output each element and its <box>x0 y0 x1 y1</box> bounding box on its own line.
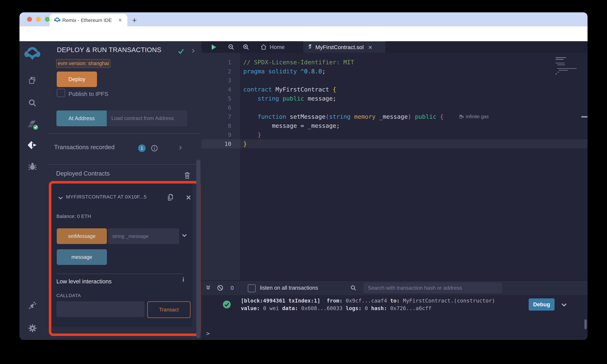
card-divider <box>56 274 183 274</box>
code-line[interactable]: 4contract MyFirstContract { <box>202 85 588 94</box>
code-line[interactable]: 1// SPDX-License-Identifier: MIT <box>202 58 588 67</box>
at-address-button[interactable]: At Address <box>56 110 107 126</box>
zoom-in-icon[interactable] <box>242 43 250 51</box>
listen-transactions-checkbox[interactable] <box>248 284 256 292</box>
debugger-icon[interactable] <box>28 161 37 170</box>
code-line[interactable]: 6 <box>202 103 588 112</box>
line-number: 10 <box>202 141 231 147</box>
terminal-search-input[interactable] <box>364 283 501 293</box>
tab-file-label: MyFirstContract.sol <box>315 44 364 51</box>
debug-button[interactable]: Debug <box>529 299 554 311</box>
code-line[interactable]: 2pragma solidity ^0.8.0; <box>202 67 588 76</box>
deploy-button[interactable]: Deploy <box>57 72 97 87</box>
copy-address-icon[interactable] <box>166 193 174 202</box>
new-tab-button[interactable]: + <box>129 15 140 26</box>
publish-ipfs-label: Publish to IPFS <box>68 91 108 97</box>
file-explorer-icon[interactable] <box>28 76 37 85</box>
publish-ipfs-checkbox[interactable] <box>57 89 65 97</box>
remix-logo-icon[interactable] <box>23 47 41 61</box>
line-number: 3 <box>202 77 231 84</box>
solidity-compiler-icon[interactable] <box>28 120 37 129</box>
line-number: 7 <box>202 113 231 120</box>
contract-title[interactable]: MYFIRSTCONTRACT AT 0X10F...5 <box>66 194 158 200</box>
transactions-expand-chevron-icon[interactable] <box>177 145 183 151</box>
deployed-contract-card: MYFIRSTCONTRACT AT 0X10F...5 Balance: 0 … <box>52 184 192 327</box>
gas-estimate-annotation: infinite gas <box>459 112 489 121</box>
code-line[interactable]: 8 message = _message; <box>202 121 588 130</box>
trash-icon[interactable] <box>184 171 191 179</box>
low-level-info-icon[interactable]: i <box>183 276 184 283</box>
code-line[interactable]: 10} <box>202 139 588 148</box>
line-number: 6 <box>202 104 231 111</box>
log-line[interactable]: value: 0 wei data: 0x608...60033 logs: 0… <box>241 304 498 312</box>
main-area: Home MyFirstContract.sol × 1// SPDX- <box>202 41 588 340</box>
calldata-label: CALLDATA <box>56 293 81 298</box>
line-number: 1 <box>202 59 231 65</box>
minimap[interactable] <box>555 57 584 80</box>
plugin-manager-icon[interactable] <box>28 301 37 310</box>
transaction-log[interactable]: [block:4994361 txIndex:1] from: 0x9cf...… <box>241 297 498 312</box>
terminal-expand-icon[interactable] <box>205 285 211 291</box>
minimize-window-button[interactable] <box>36 17 41 22</box>
line-number: 4 <box>202 86 231 93</box>
panel-collapse-chevron-icon[interactable] <box>190 48 196 54</box>
code-line[interactable]: 5 string public message; <box>202 94 588 103</box>
terminal-search-icon <box>350 285 356 291</box>
transact-button[interactable]: Transact <box>147 301 190 318</box>
browser-window: Remix - Ethereum IDE × + ← → remix.ether… <box>19 12 588 340</box>
tab-close-icon[interactable]: × <box>119 17 122 23</box>
log-expand-chevron-icon[interactable] <box>560 301 568 308</box>
terminal: 0 listen on all transactions <box>202 280 588 340</box>
tab-title: Remix - Ethereum IDE <box>62 14 112 26</box>
code-line[interactable]: 9 } <box>202 130 588 139</box>
remix-icon-panel <box>19 41 46 340</box>
terminal-prompt[interactable]: > <box>206 330 210 337</box>
line-number: 5 <box>202 95 231 102</box>
editor-tabbar: Home MyFirstContract.sol × <box>202 41 588 53</box>
balance-label: Balance: 0 ETH <box>56 213 91 219</box>
terminal-scrollbar-thumb[interactable] <box>584 319 587 329</box>
gas-estimate-text: infinite gas <box>466 114 489 119</box>
zoom-out-icon[interactable] <box>228 43 235 51</box>
calldata-input[interactable] <box>56 301 145 317</box>
tx-success-check-icon <box>223 300 231 309</box>
run-script-play-icon[interactable] <box>210 43 217 51</box>
set-message-input[interactable] <box>108 228 179 244</box>
message-getter-button[interactable]: message <box>57 249 107 265</box>
compile-success-check-icon <box>177 48 185 55</box>
code-area[interactable]: 1// SPDX-License-Identifier: MIT2pragma … <box>202 58 588 148</box>
close-window-button[interactable] <box>27 17 32 22</box>
tab-home-label: Home <box>270 44 285 50</box>
line-number: 2 <box>202 68 231 75</box>
browser-toolbar: ← → remix.ethereum.org/#lang=en&optimize… <box>19 26 588 41</box>
set-message-button[interactable]: setMessage <box>57 228 107 244</box>
tab-close-icon[interactable]: × <box>368 44 372 51</box>
expand-args-chevron-icon[interactable] <box>181 232 188 239</box>
section-divider <box>48 164 200 165</box>
listen-transactions-label: listen on all transactions <box>260 281 318 295</box>
log-line[interactable]: [block:4994361 txIndex:1] from: 0x9cf...… <box>241 297 498 304</box>
panel-scrollbar[interactable] <box>196 160 200 338</box>
tab-home[interactable]: Home <box>260 41 285 53</box>
code-line[interactable]: 3 <box>202 76 588 85</box>
remove-contract-icon[interactable] <box>185 194 192 201</box>
remix-favicon-icon <box>54 17 60 23</box>
settings-gear-icon[interactable] <box>28 324 37 333</box>
at-address-input[interactable] <box>107 110 187 126</box>
evm-version-badge: evm version: shanghai <box>56 59 110 68</box>
contract-collapse-chevron-icon[interactable] <box>57 195 64 201</box>
search-icon[interactable] <box>28 98 37 107</box>
maximize-window-button[interactable] <box>45 17 50 22</box>
transactions-recorded-label: Transactions recorded <box>54 144 115 151</box>
browser-tab[interactable]: Remix - Ethereum IDE × <box>50 14 127 26</box>
clear-console-icon[interactable] <box>217 284 224 291</box>
deployed-contracts-label: Deployed Contracts <box>56 170 110 177</box>
info-circle-icon[interactable] <box>151 144 158 152</box>
terminal-header: 0 listen on all transactions <box>202 281 588 295</box>
deploy-run-icon[interactable] <box>27 140 37 150</box>
tab-myfirstcontract[interactable]: MyFirstContract.sol × <box>303 41 385 53</box>
code-editor[interactable]: 1// SPDX-License-Identifier: MIT2pragma … <box>202 53 588 280</box>
editor-scrollbar-thumb[interactable] <box>581 116 588 117</box>
code-line[interactable]: 7 function setMessage(string memory _mes… <box>202 112 588 121</box>
low-level-interactions-label: Low level interactions <box>56 278 112 285</box>
